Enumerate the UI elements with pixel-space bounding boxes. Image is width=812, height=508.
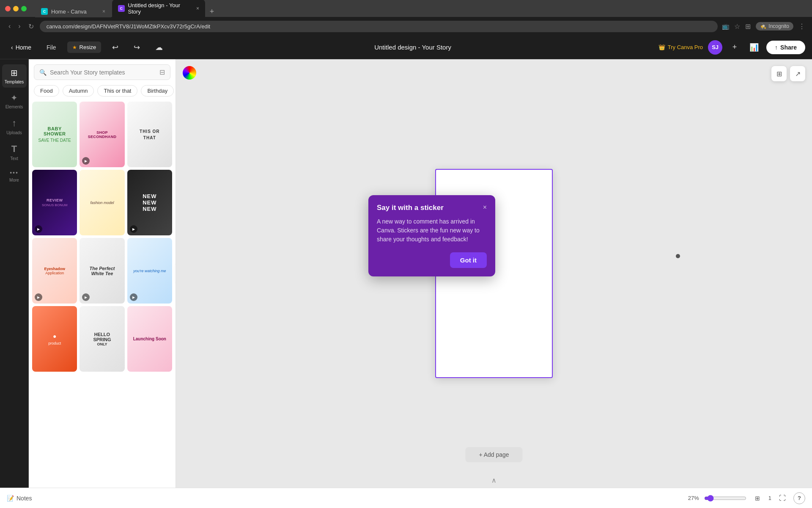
back-button[interactable]: ‹: [7, 21, 12, 32]
tab-home[interactable]: C Home - Canva ×: [35, 6, 111, 17]
maximize-window-btn[interactable]: [21, 6, 27, 11]
color-palette-area: [183, 66, 196, 80]
add-page-button[interactable]: + Add page: [465, 447, 522, 462]
template-row-2: REVIEW SONUS BONUM ▶ fashion model NEW N…: [32, 170, 172, 235]
try-pro-button[interactable]: 👑 Try Canva Pro: [658, 44, 703, 50]
template-video-icon-7: ▶: [35, 293, 42, 301]
bookmark-icon[interactable]: ☆: [734, 22, 740, 30]
resize-label: Resize: [80, 44, 96, 50]
file-label: File: [47, 44, 56, 51]
try-pro-label: Try Canva Pro: [668, 44, 703, 50]
tab-design-favicon: C: [118, 5, 125, 12]
reload-button[interactable]: ↻: [27, 21, 36, 32]
resize-button[interactable]: ★ Resize: [67, 41, 102, 53]
template-card-8[interactable]: The Perfect White Tee ▶: [80, 238, 124, 304]
collapse-icon: ∧: [491, 476, 497, 484]
undo-button[interactable]: ↩: [108, 40, 123, 55]
sidebar-item-more[interactable]: ••• More: [2, 166, 27, 186]
color-palette-button[interactable]: [183, 66, 196, 80]
tab-design-label: Untitled design - Your Story: [128, 2, 193, 15]
canvas-frame[interactable]: Say it with a sticker × A new way to com…: [435, 169, 553, 378]
analytics-button[interactable]: 📊: [747, 40, 761, 55]
tab-design-close[interactable]: ×: [196, 6, 199, 11]
canvas-container: Say it with a sticker × A new way to com…: [176, 59, 812, 488]
sidebar-item-templates[interactable]: ⊞ Templates: [2, 64, 27, 88]
notes-button[interactable]: 📝 Notes: [7, 495, 32, 502]
close-window-btn[interactable]: [5, 6, 11, 11]
traffic-lights: [5, 6, 27, 11]
got-it-button[interactable]: Got it: [450, 252, 487, 268]
user-avatar[interactable]: SJ: [708, 40, 722, 55]
sidebar-more-label: More: [9, 178, 19, 182]
template-video-icon-4: ▶: [35, 225, 42, 233]
template-card-5[interactable]: fashion model: [80, 170, 124, 235]
template-card-1[interactable]: BABY SHOWER SAVE THE DATE: [32, 102, 77, 167]
tag-food[interactable]: Food: [34, 85, 59, 97]
home-button[interactable]: ‹ Home: [7, 41, 36, 53]
template-card-2[interactable]: SHOP SECONDHAND ▶: [80, 102, 124, 167]
bottom-right-controls: 27% ⊞ 1 ⛶ ?: [688, 492, 805, 504]
template-card-11[interactable]: HELLO SPRING ONLY: [80, 306, 124, 372]
duplicate-icon: ⊞: [776, 70, 782, 78]
minimize-window-btn[interactable]: [13, 6, 19, 11]
sidebar-item-uploads[interactable]: ↑ Uploads: [2, 114, 27, 138]
template-card-7[interactable]: Eyeshadow Application ▶: [32, 238, 77, 304]
export-icon: ↗: [795, 70, 801, 78]
template-card-6[interactable]: NEW NEW NEW ▶: [127, 170, 172, 235]
panel-search-area: 🔍 ⊟: [29, 59, 176, 85]
collapse-button[interactable]: ∧: [176, 475, 812, 488]
popup-header: Say it with a sticker ×: [377, 204, 487, 212]
new-tab-button[interactable]: +: [206, 6, 218, 17]
cast-icon[interactable]: 📺: [722, 23, 729, 30]
forward-button[interactable]: ›: [16, 21, 22, 32]
more-icon: •••: [10, 169, 19, 176]
resize-star-icon: ★: [72, 44, 77, 50]
sidebar-elements-label: Elements: [5, 105, 23, 109]
uploads-icon: ↑: [12, 118, 16, 129]
popup-title: Say it with a sticker: [377, 204, 444, 212]
template-card-3[interactable]: THIS OR THAT: [127, 102, 172, 167]
zoom-slider[interactable]: [704, 495, 746, 502]
tab-home-close[interactable]: ×: [102, 8, 105, 14]
template-row-3: Eyeshadow Application ▶ The Perfect Whit…: [32, 238, 172, 304]
sidebar: ⊞ Templates ✦ Elements ↑ Uploads T Text …: [0, 59, 29, 488]
share-button[interactable]: ↑ Share: [766, 41, 805, 54]
sidebar-item-text[interactable]: T Text: [2, 140, 27, 164]
template-card-9[interactable]: you're watching me ▶: [127, 238, 172, 304]
sidebar-item-elements[interactable]: ✦ Elements: [2, 89, 27, 113]
save-status-button[interactable]: ☁: [151, 40, 167, 55]
browser-icons: 📺 ☆ ⊞ 🕵 Incognito ⋮: [722, 22, 805, 30]
duplicate-canvas-button[interactable]: ⊞: [771, 66, 787, 81]
design-title: Untitled design - Your Story: [374, 44, 451, 51]
filter-icon[interactable]: ⊟: [159, 68, 165, 76]
templates-icon: ⊞: [11, 68, 18, 78]
address-bar[interactable]: [40, 21, 718, 32]
tab-design[interactable]: C Untitled design - Your Story ×: [112, 0, 205, 17]
tag-autumn[interactable]: Autumn: [63, 85, 94, 97]
redo-button[interactable]: ↪: [129, 40, 144, 55]
topbar-center: Untitled design - Your Story: [174, 44, 651, 51]
file-button[interactable]: File: [42, 41, 60, 53]
template-card-12[interactable]: Launching Soon: [127, 306, 172, 372]
template-card-4[interactable]: REVIEW SONUS BONUM ▶: [32, 170, 77, 235]
template-card-10[interactable]: ● product: [32, 306, 77, 372]
search-icon: 🔍: [39, 69, 47, 76]
browser-titlebar: C Home - Canva × C Untitled design - You…: [0, 0, 812, 17]
tag-this-or-that[interactable]: This or that: [97, 85, 137, 97]
avatar-initials: SJ: [712, 44, 719, 50]
popup-close-button[interactable]: ×: [483, 204, 487, 211]
templates-panel: 🔍 ⊟ Food Autumn This or that Birthday: [29, 59, 176, 488]
grid-icon[interactable]: ⊞: [745, 22, 751, 30]
add-button[interactable]: +: [727, 40, 742, 55]
menu-icon[interactable]: ⋮: [798, 22, 805, 30]
share-label: Share: [780, 44, 797, 51]
export-canvas-button[interactable]: ↗: [790, 66, 805, 81]
fullscreen-button[interactable]: ⛶: [776, 492, 788, 504]
tag-birthday[interactable]: Birthday: [141, 85, 174, 97]
crown-icon: 👑: [658, 44, 665, 50]
help-button[interactable]: ?: [793, 492, 805, 504]
home-label: Home: [16, 44, 31, 51]
search-input[interactable]: [50, 69, 156, 76]
grid-view-button[interactable]: ⊞: [752, 492, 763, 504]
template-video-icon-2: ▶: [82, 157, 90, 165]
